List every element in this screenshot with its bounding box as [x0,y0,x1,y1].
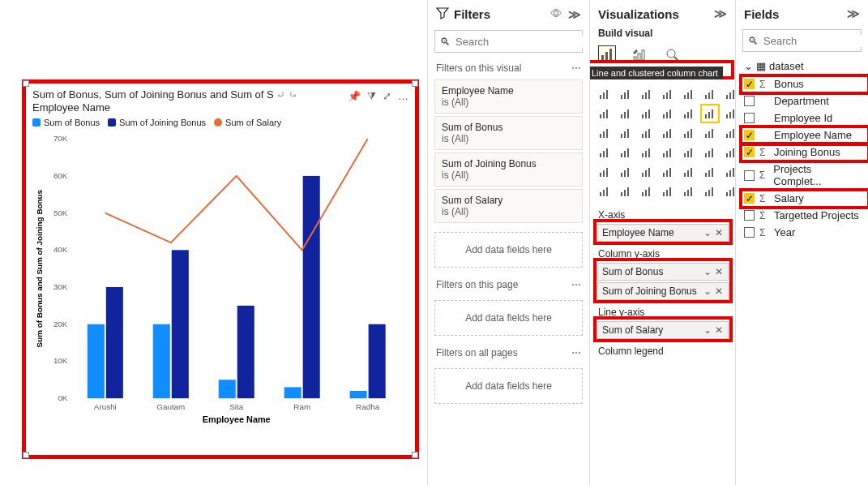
chevron-down-icon[interactable]: ⌄ [703,324,712,336]
fields-search-input[interactable] [763,35,868,47]
filters-search-input[interactable] [455,36,589,48]
viz-type-icon[interactable] [596,183,613,200]
viz-type-icon[interactable] [660,105,676,122]
viz-type-icon[interactable] [660,86,676,102]
remove-icon[interactable]: ✕ [715,285,723,297]
remove-icon[interactable]: ✕ [715,324,723,336]
checkbox-icon[interactable] [744,113,755,123]
more-icon[interactable]: … [398,90,408,103]
chevron-down-icon[interactable]: ⌄ [703,285,712,297]
checkbox-icon[interactable]: ✓ [744,193,755,204]
pin-icon[interactable]: 📌 [348,90,361,103]
filter-icon[interactable]: ⧩ [367,90,376,103]
field-well-pill[interactable]: Sum of Bonus⌄✕ [596,263,729,281]
viz-type-icon[interactable] [702,105,718,122]
checkbox-icon[interactable] [744,210,755,221]
viz-type-icon[interactable] [639,86,655,102]
filters-add-page[interactable]: Add data fields here [434,300,583,336]
viz-type-icon[interactable] [618,105,634,122]
viz-type-icon[interactable] [723,105,735,122]
viz-type-icon[interactable] [618,183,634,200]
svg-rect-86 [669,129,671,138]
viz-type-icon[interactable] [723,164,735,180]
viz-type-icon[interactable] [618,164,634,180]
chevron-down-icon[interactable]: ⌄ [703,266,712,277]
filters-add-visual[interactable]: Add data fields here [434,232,583,268]
viz-type-icon[interactable] [681,183,697,200]
field-row[interactable]: ✓Employee Name [736,127,868,144]
viz-type-icon[interactable] [639,164,655,180]
viz-type-icon[interactable] [639,105,655,122]
viz-type-icon[interactable] [596,125,613,141]
viz-type-icon[interactable] [618,144,634,161]
viz-type-icon[interactable] [681,144,697,161]
filter-card[interactable]: Sum of Joining Bonusis (All) [434,152,583,187]
viz-type-icon[interactable] [639,183,655,200]
field-row[interactable]: Department [736,92,868,109]
field-row[interactable]: ✓ΣSalary [736,190,868,207]
filters-search[interactable]: 🔍︎ [434,30,583,53]
field-row[interactable]: ΣProjects Complet... [736,161,868,190]
viz-type-icon[interactable] [723,144,735,161]
filters-group-more-icon[interactable]: ⋯ [571,62,581,74]
viz-type-icon[interactable] [596,164,613,180]
collapse-icon[interactable]: ≫ [847,6,860,21]
collapse-icon[interactable]: ≫ [568,7,581,22]
viz-type-icon[interactable] [660,164,676,180]
svg-rect-54 [600,114,601,118]
viz-type-icon[interactable] [660,144,676,161]
viz-type-icon[interactable] [618,86,634,102]
checkbox-icon[interactable]: ✓ [744,130,755,140]
viz-type-icon[interactable] [702,164,718,180]
viz-type-icon[interactable] [723,86,735,102]
filters-group-more-icon[interactable]: ⋯ [571,347,581,358]
viz-type-icon[interactable] [681,105,697,122]
viz-type-icon[interactable] [660,183,676,200]
filters-group-more-icon[interactable]: ⋯ [571,279,581,290]
focus-icon[interactable]: ⤢ [383,90,391,103]
field-row[interactable]: ΣYear [736,224,868,241]
viz-type-icon[interactable] [596,105,613,122]
viz-type-icon[interactable] [681,125,697,141]
field-row[interactable]: ✓ΣBonus [736,75,868,92]
chevron-down-icon[interactable]: ⌄ [703,227,712,238]
viz-type-icon[interactable] [596,144,613,161]
checkbox-icon[interactable] [744,170,755,181]
field-row[interactable]: ΣTargetted Projects [736,207,868,224]
viz-type-icon[interactable] [639,144,655,161]
remove-icon[interactable]: ✕ [715,266,723,277]
checkbox-icon[interactable]: ✓ [744,147,755,157]
dataset-header[interactable]: ⌄ ▦ dataset [736,57,868,75]
filter-card[interactable]: Sum of Bonusis (All) [434,116,583,150]
viz-type-icon[interactable] [639,125,655,141]
filter-card[interactable]: Sum of Salaryis (All) [434,189,583,223]
viz-type-icon[interactable] [723,183,735,200]
viz-type-icon[interactable] [681,86,697,102]
field-row[interactable]: ✓ΣJoining Bonus [736,144,868,161]
checkbox-icon[interactable]: ✓ [744,79,755,89]
filters-add-all[interactable]: Add data fields here [434,368,583,404]
filter-card[interactable]: Employee Nameis (All) [434,79,583,114]
checkbox-icon[interactable] [744,227,755,238]
eye-icon[interactable] [550,7,562,22]
viz-type-icon[interactable] [596,86,613,102]
chart-visual[interactable]: Sum of Bonus, Sum of Joining Bonus and S… [22,79,419,459]
viz-type-icon[interactable] [702,125,718,141]
field-row[interactable]: Employee Id [736,109,868,127]
viz-type-icon[interactable] [702,86,718,102]
checkbox-icon[interactable] [744,96,755,106]
collapse-icon[interactable]: ≫ [714,6,727,21]
remove-icon[interactable]: ✕ [715,227,723,238]
viz-type-icon[interactable] [723,125,735,141]
viz-type-icon[interactable] [618,125,634,141]
svg-rect-13 [172,250,189,398]
fields-search[interactable]: 🔍︎ [742,29,862,52]
field-well-pill[interactable]: Sum of Joining Bonus⌄✕ [596,282,729,300]
viz-type-icon[interactable] [702,183,718,200]
viz-type-icon[interactable] [681,164,697,180]
viz-type-icon[interactable] [660,125,676,141]
viz-type-icon[interactable] [702,144,718,161]
svg-text:50K: 50K [53,208,68,217]
field-well-pill[interactable]: Sum of Salary⌄✕ [596,321,729,339]
field-well-pill[interactable]: Employee Name⌄✕ [596,224,729,242]
